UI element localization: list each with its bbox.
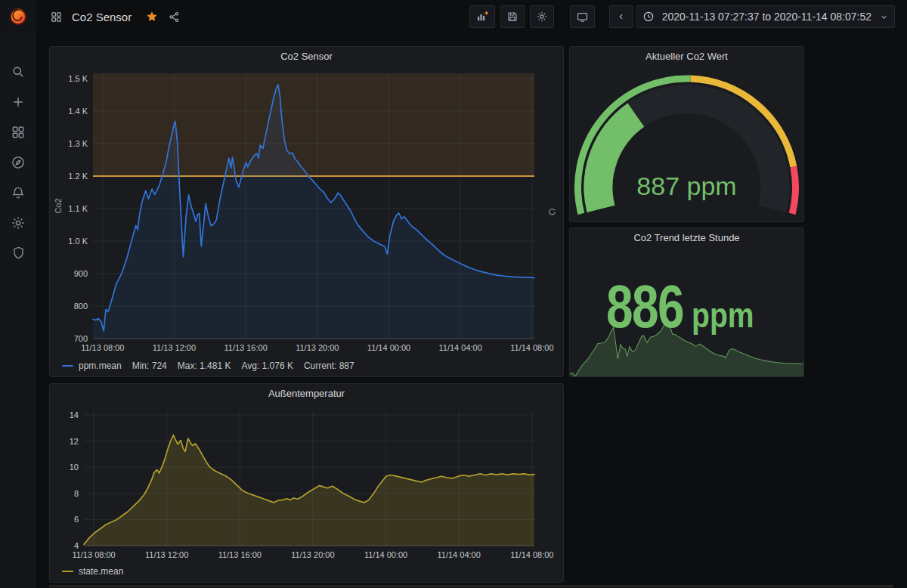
svg-text:900: 900 <box>74 269 88 278</box>
trend-stat: 886 ppm <box>606 277 766 337</box>
svg-text:700: 700 <box>74 334 88 343</box>
svg-text:11/13 12:00: 11/13 12:00 <box>145 550 188 559</box>
svg-text:10: 10 <box>70 463 79 472</box>
legend-series-state.mean[interactable]: state.mean <box>62 566 123 577</box>
next-row-panel-edge <box>49 585 893 588</box>
star-icon[interactable] <box>145 10 159 23</box>
panel-gauge-current-co2: Aktueller Co2 Wert 887 ppm <box>569 46 804 222</box>
panel-outdoor-temperature: Außentemperatur 11/13 08:0011/13 12:0011… <box>49 383 564 583</box>
shield-icon <box>11 246 26 260</box>
co2-gauge: 887 ppm <box>570 65 803 221</box>
svg-text:887 ppm: 887 ppm <box>636 172 736 200</box>
legend-stat: Min: 724 <box>132 361 167 371</box>
panel-title-co2[interactable]: Co2 Sensor <box>50 47 563 65</box>
svg-text:1.2 K: 1.2 K <box>68 172 88 181</box>
legend-series-ppm.mean[interactable]: ppm.mean <box>62 361 122 371</box>
svg-text:14: 14 <box>70 410 79 419</box>
dashboard-title[interactable]: Co2 Sensor <box>72 11 132 23</box>
cycle-view-mode-button[interactable] <box>570 5 595 28</box>
time-range-text: 2020-11-13 07:27:37 to 2020-11-14 08:07:… <box>659 11 874 23</box>
svg-text:11/13 16:00: 11/13 16:00 <box>224 343 267 352</box>
legend-series-label: state.mean <box>79 566 123 577</box>
svg-text:12: 12 <box>70 437 79 446</box>
svg-text:1.4 K: 1.4 K <box>68 107 88 116</box>
sidebar-item-configuration[interactable] <box>3 215 33 231</box>
legend-series-color <box>62 365 73 367</box>
sidebar-item-search[interactable] <box>3 63 33 79</box>
svg-text:1.3 K: 1.3 K <box>68 139 88 148</box>
trend-stat-unit: ppm <box>692 298 754 333</box>
dashboard-grid: Co2 Sensor 11/13 08:0011/13 12:0011/13 1… <box>36 33 907 588</box>
svg-text:11/14 00:00: 11/14 00:00 <box>364 550 407 559</box>
sidebar-item-dashboards[interactable] <box>3 124 33 140</box>
legend-series-color <box>62 571 73 572</box>
sidebar-item-server-admin[interactable] <box>3 245 33 261</box>
svg-text:800: 800 <box>74 302 88 311</box>
chevron-down-icon <box>879 12 889 22</box>
sidebar-item-alerting[interactable] <box>3 184 33 200</box>
gear-icon <box>536 11 548 23</box>
svg-text:8: 8 <box>74 489 79 498</box>
svg-text:11/13 12:00: 11/13 12:00 <box>153 343 196 352</box>
panel-title-gauge[interactable]: Aktueller Co2 Wert <box>570 47 803 65</box>
svg-text:1.1 K: 1.1 K <box>68 204 88 213</box>
co2-timeseries-chart[interactable]: 11/13 08:0011/13 12:0011/13 16:0011/13 2… <box>50 65 563 376</box>
apps-grid-icon <box>50 11 63 23</box>
panel-title-trend[interactable]: Co2 Trend letzte Stunde <box>570 228 803 246</box>
svg-text:1.5 K: 1.5 K <box>68 74 88 83</box>
chevron-left-icon <box>616 11 627 22</box>
panel-co2-sensor: Co2 Sensor 11/13 08:0011/13 12:0011/13 1… <box>49 46 564 377</box>
svg-text:11/14 00:00: 11/14 00:00 <box>367 343 410 352</box>
sidebar-item-create[interactable] <box>3 94 33 110</box>
svg-text:11/14 04:00: 11/14 04:00 <box>438 550 481 559</box>
svg-text:4: 4 <box>74 541 79 550</box>
bell-icon <box>11 185 26 200</box>
svg-text:1.0 K: 1.0 K <box>68 237 88 246</box>
svg-text:11/13 08:00: 11/13 08:00 <box>72 550 115 559</box>
share-icon[interactable] <box>168 11 181 23</box>
sidebar <box>0 33 36 588</box>
co2-legend: ppm.meanMin: 724Max: 1.481 KAvg: 1.076 K… <box>62 361 354 371</box>
dashboard-settings-button[interactable] <box>530 5 554 28</box>
grafana-app: Co2 Sensor <box>0 0 907 588</box>
save-dashboard-button[interactable] <box>500 5 525 28</box>
panel-co2-trend: Co2 Trend letzte Stunde 886 ppm <box>569 227 804 377</box>
gear-icon <box>11 215 26 231</box>
temperature-chart[interactable]: 11/13 08:0011/13 12:0011/13 16:0011/13 2… <box>50 402 563 582</box>
time-picker-button[interactable]: 2020-11-13 07:27:37 to 2020-11-14 08:07:… <box>636 5 895 28</box>
plus-icon <box>11 94 26 110</box>
svg-text:6: 6 <box>74 515 79 524</box>
svg-text:11/13 20:00: 11/13 20:00 <box>291 550 334 559</box>
legend-series-label: ppm.mean <box>79 361 122 371</box>
grafana-logo[interactable] <box>0 0 36 33</box>
trend-stat-value: 886 <box>606 277 683 337</box>
search-icon <box>11 64 26 79</box>
sidebar-item-explore[interactable] <box>3 154 33 170</box>
tv-monitor-icon <box>576 11 589 23</box>
compass-icon <box>11 155 26 170</box>
panel-title-temp[interactable]: Außentemperatur <box>50 384 563 402</box>
add-panel-button[interactable] <box>469 5 495 28</box>
time-range-back-button[interactable] <box>609 5 633 28</box>
legend-stat: Current: 887 <box>304 361 354 371</box>
add-panel-icon <box>475 10 489 23</box>
svg-text:11/13 08:00: 11/13 08:00 <box>81 343 124 352</box>
temp-legend: state.mean <box>62 566 123 577</box>
clock-icon <box>642 11 655 23</box>
grafana-logo-icon <box>8 6 29 27</box>
panel-refresh-icon <box>547 207 557 217</box>
svg-text:Co2: Co2 <box>54 198 63 213</box>
legend-stat: Avg: 1.076 K <box>241 361 293 371</box>
svg-text:11/14 08:00: 11/14 08:00 <box>510 550 553 559</box>
save-icon <box>506 11 519 23</box>
svg-text:11/14 08:00: 11/14 08:00 <box>510 343 553 352</box>
dashboards-grid-icon <box>11 125 26 140</box>
svg-text:11/13 20:00: 11/13 20:00 <box>296 343 339 352</box>
svg-text:11/13 16:00: 11/13 16:00 <box>218 550 262 559</box>
navbar: Co2 Sensor <box>0 0 907 33</box>
legend-stat: Max: 1.481 K <box>178 361 231 371</box>
svg-text:11/14 04:00: 11/14 04:00 <box>439 343 482 352</box>
